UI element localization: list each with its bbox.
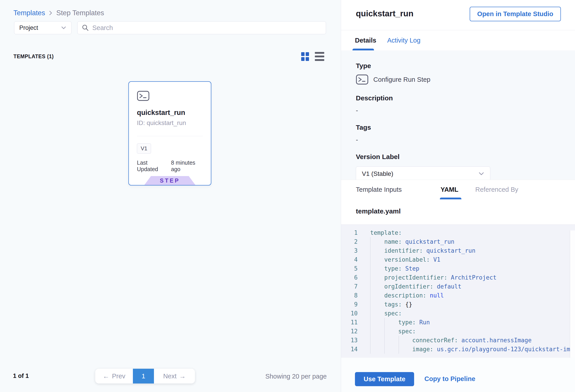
active-subtab-underline bbox=[440, 198, 461, 199]
code-text: template: bbox=[370, 229, 402, 236]
code-text: orgIdentifier: default bbox=[370, 283, 461, 290]
code-text: type: Step bbox=[370, 265, 419, 272]
card-id: ID: quickstart_run bbox=[137, 119, 203, 127]
indent-guide bbox=[384, 318, 384, 354]
yaml-line: 2 name: quickstart_run bbox=[341, 237, 575, 246]
scope-select[interactable]: Project bbox=[14, 21, 72, 34]
line-number: 14 bbox=[341, 346, 359, 353]
line-number: 2 bbox=[341, 238, 359, 245]
run-step-icon bbox=[356, 74, 368, 85]
tab-referenced-by[interactable]: Referenced By bbox=[475, 180, 518, 199]
code-text: spec: bbox=[370, 328, 416, 335]
grid-view-icon[interactable] bbox=[301, 52, 309, 61]
yaml-line: 6 projectIdentifier: ArchitProject bbox=[341, 273, 575, 282]
filter-row: Project bbox=[14, 21, 326, 34]
run-step-icon bbox=[137, 91, 149, 101]
card-version-badge: V1 bbox=[137, 143, 151, 154]
yaml-scrollbar[interactable] bbox=[570, 231, 575, 358]
next-label: Next bbox=[163, 372, 177, 380]
yaml-line: 4 versionLabel: V1 bbox=[341, 255, 575, 264]
yaml-line: 8 description: null bbox=[341, 291, 575, 300]
code-text: name: quickstart_run bbox=[370, 238, 455, 245]
description-value: - bbox=[356, 107, 575, 114]
templates-count-heading: TEMPLATES (1) bbox=[13, 53, 54, 60]
yaml-line: 13 connectorRef: account.harnessImage bbox=[341, 336, 575, 345]
line-number: 7 bbox=[341, 283, 359, 290]
yaml-editor[interactable]: 1template:2 name: quickstart_run3 identi… bbox=[341, 225, 575, 358]
line-number: 3 bbox=[341, 247, 359, 254]
next-arrow-icon: → bbox=[179, 372, 186, 380]
page-count: 1 of 1 bbox=[13, 372, 29, 379]
code-text: description: null bbox=[370, 292, 444, 299]
line-number: 12 bbox=[341, 328, 359, 335]
details-panel-header: quickstart_run Open in Template Studio bbox=[341, 0, 575, 30]
tab-template-inputs[interactable]: Template Inputs bbox=[356, 180, 402, 199]
line-number: 11 bbox=[341, 319, 359, 326]
yaml-file-header: template.yaml bbox=[341, 199, 575, 225]
code-text: identifier: quickstart_run bbox=[370, 247, 476, 254]
line-number: 1 bbox=[341, 229, 359, 236]
breadcrumb-templates-link[interactable]: Templates bbox=[13, 9, 45, 17]
panel-title: quickstart_run bbox=[356, 9, 413, 18]
templates-list-panel: Templates Step Templates Project TEMPLAT… bbox=[0, 0, 341, 392]
breadcrumb: Templates Step Templates bbox=[13, 9, 104, 17]
prev-arrow-icon: ← bbox=[103, 372, 109, 380]
type-label: Type bbox=[356, 62, 575, 70]
tags-value: - bbox=[356, 136, 575, 144]
copy-to-pipeline-button[interactable]: Copy to Pipeline bbox=[424, 375, 475, 383]
details-tabs: Details Activity Log bbox=[341, 30, 575, 50]
prev-label: Prev bbox=[112, 372, 125, 380]
code-text: versionLabel: V1 bbox=[370, 256, 440, 263]
line-number: 9 bbox=[341, 301, 359, 308]
version-select[interactable]: V1 (Stable) bbox=[356, 166, 490, 181]
yaml-line: 7 orgIdentifier: default bbox=[341, 282, 575, 291]
code-text: connectorRef: account.harnessImage bbox=[370, 337, 531, 344]
active-tab-underline bbox=[353, 49, 374, 50]
code-text: tags: {} bbox=[370, 301, 412, 308]
code-text: image: us.gcr.io/playground-123/quicksta… bbox=[370, 346, 575, 353]
line-number: 10 bbox=[341, 310, 359, 317]
line-number: 4 bbox=[341, 256, 359, 263]
yaml-code-lines: 1template:2 name: quickstart_run3 identi… bbox=[341, 225, 575, 354]
line-number: 5 bbox=[341, 265, 359, 272]
version-select-value: V1 (Stable) bbox=[362, 170, 393, 177]
tags-label: Tags bbox=[356, 124, 575, 131]
open-in-template-studio-button[interactable]: Open in Template Studio bbox=[470, 7, 561, 21]
list-view-icon[interactable] bbox=[315, 52, 324, 61]
view-toggles bbox=[301, 52, 324, 61]
details-panel-footer: Use Template Copy to Pipeline bbox=[341, 358, 575, 392]
page-1-button[interactable]: 1 bbox=[133, 369, 154, 384]
line-number: 8 bbox=[341, 292, 359, 299]
card-last-updated: Last Updated 8 minutes ago bbox=[137, 160, 203, 172]
prev-page-button[interactable]: ← Prev bbox=[95, 369, 133, 384]
scope-select-value: Project bbox=[19, 24, 38, 31]
next-page-button[interactable]: Next → bbox=[154, 369, 195, 384]
tab-activity-log[interactable]: Activity Log bbox=[387, 30, 420, 50]
breadcrumb-chevron-icon bbox=[48, 10, 53, 16]
card-step-type-badge: STEP bbox=[144, 176, 195, 185]
search-input[interactable] bbox=[92, 24, 322, 32]
search-box bbox=[77, 21, 326, 34]
use-template-button[interactable]: Use Template bbox=[355, 372, 414, 386]
last-updated-label: Last Updated bbox=[137, 160, 167, 172]
chevron-down-icon bbox=[61, 26, 66, 29]
yaml-file-name: template.yaml bbox=[356, 208, 401, 215]
line-number: 13 bbox=[341, 337, 359, 344]
yaml-line: 11 type: Run bbox=[341, 318, 575, 327]
code-text: projectIdentifier: ArchitProject bbox=[370, 274, 497, 281]
indent-guide bbox=[370, 237, 370, 354]
tab-details[interactable]: Details bbox=[355, 30, 376, 50]
tab-yaml[interactable]: YAML bbox=[441, 180, 458, 199]
pagination: ← Prev 1 Next → bbox=[95, 369, 195, 384]
showing-per-page-text: Showing 20 per page bbox=[265, 373, 327, 380]
description-label: Description bbox=[356, 94, 575, 102]
yaml-line: 5 type: Step bbox=[341, 264, 575, 273]
type-value: Configure Run Step bbox=[373, 76, 431, 83]
breadcrumb-current: Step Templates bbox=[56, 9, 104, 17]
code-text: type: Run bbox=[370, 319, 430, 326]
yaml-line: 9 tags: {} bbox=[341, 300, 575, 309]
chevron-down-icon bbox=[479, 172, 484, 176]
template-card[interactable]: quickstart_run ID: quickstart_run V1 Las… bbox=[128, 81, 211, 185]
code-text: spec: bbox=[370, 310, 402, 317]
template-details-panel: quickstart_run Open in Template Studio D… bbox=[341, 0, 575, 392]
